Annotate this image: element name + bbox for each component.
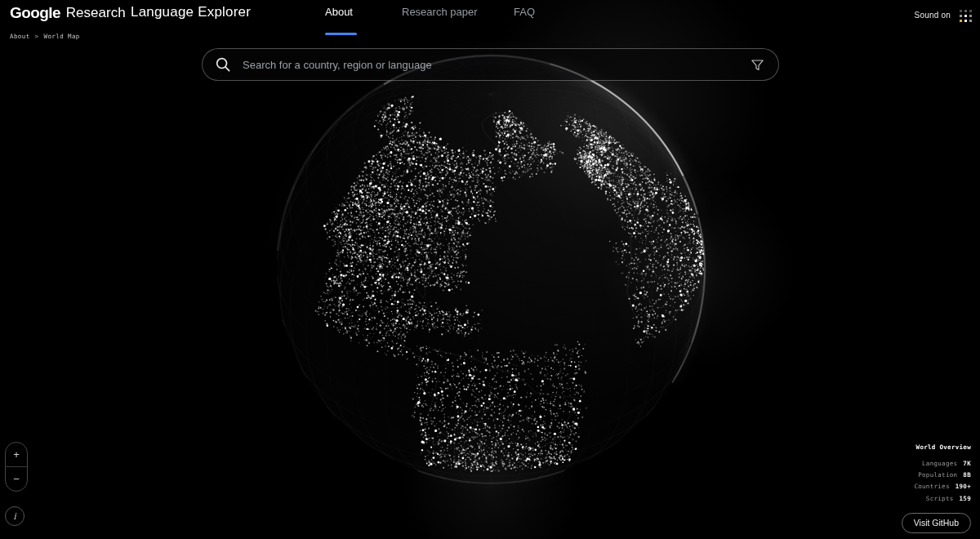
- sound-dot: [969, 15, 972, 17]
- filter-icon: [751, 58, 764, 72]
- stat-population: Population 8B: [918, 470, 971, 481]
- globe-canvas[interactable]: [0, 0, 980, 539]
- sound-dot: [964, 10, 967, 12]
- sound-dot: [960, 10, 962, 12]
- sound-dot: [969, 10, 972, 12]
- stat-scripts: Scripts 159: [926, 493, 971, 505]
- zoom-in-button[interactable]: +: [6, 443, 27, 466]
- breadcrumb-separator: >: [35, 33, 39, 40]
- search-icon: [215, 56, 231, 73]
- page-title: Language Explorer: [131, 4, 251, 20]
- header: Google Research Language Explorer About …: [0, 0, 980, 36]
- stat-label: Languages: [922, 458, 957, 470]
- active-tab-underline: [325, 33, 357, 35]
- search-bar: [202, 48, 779, 81]
- stat-label: Scripts: [926, 493, 954, 505]
- google-logo-text: Google: [10, 4, 60, 22]
- stat-languages: Languages 7K: [922, 458, 971, 470]
- filter-button[interactable]: [749, 56, 766, 74]
- sound-toggle[interactable]: Sound on: [915, 8, 972, 22]
- tab-about[interactable]: About: [325, 6, 353, 18]
- overview-title: World Overview: [916, 443, 971, 451]
- tab-about-label: About: [325, 6, 353, 18]
- stat-label: Countries: [914, 481, 949, 492]
- stat-value: 8B: [963, 470, 971, 481]
- zoom-controls: + −: [5, 442, 28, 492]
- world-overview-panel: World Overview Languages 7K Population 8…: [902, 443, 971, 533]
- sound-dot: [960, 20, 962, 22]
- sound-dot: [969, 20, 972, 22]
- tab-faq-label: FAQ: [514, 6, 535, 18]
- stat-value: 190+: [956, 481, 971, 492]
- breadcrumb-world-map: World Map: [44, 33, 80, 40]
- google-research-logo[interactable]: Google Research: [10, 2, 126, 24]
- stat-countries: Countries 190+: [914, 481, 971, 492]
- sound-visualizer-icon: [960, 10, 972, 22]
- info-button[interactable]: i: [5, 506, 24, 526]
- stat-label: Population: [918, 470, 957, 481]
- tab-research-paper-label: Research paper: [402, 6, 478, 18]
- zoom-out-button[interactable]: −: [6, 466, 27, 491]
- search-input[interactable]: [241, 58, 739, 72]
- breadcrumb: About > World Map: [10, 33, 80, 40]
- breadcrumb-about[interactable]: About: [10, 33, 30, 40]
- stat-value: 159: [960, 493, 971, 505]
- research-logo-text: Research: [66, 5, 126, 21]
- visit-github-button[interactable]: Visit GitHub: [902, 513, 971, 533]
- sound-dot: [960, 15, 962, 17]
- tab-faq[interactable]: FAQ: [514, 6, 535, 18]
- sound-label: Sound on: [915, 11, 951, 20]
- sound-dot: [964, 20, 967, 22]
- tab-research-paper[interactable]: Research paper: [402, 6, 478, 18]
- sound-dot: [964, 15, 967, 17]
- app: Google Research Language Explorer About …: [0, 0, 980, 539]
- stat-value: 7K: [963, 458, 971, 470]
